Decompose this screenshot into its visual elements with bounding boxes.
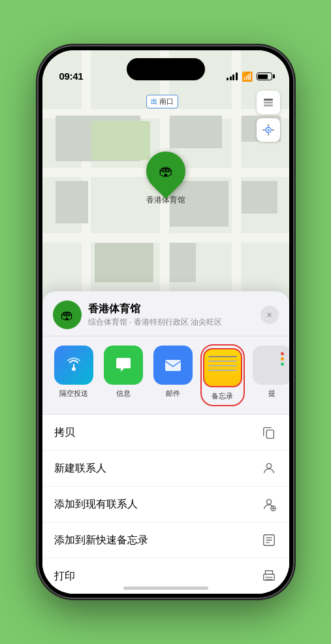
add-contact-label: 添加到现有联系人 xyxy=(54,498,138,511)
map-layers-button[interactable] xyxy=(257,91,280,114)
new-contact-label: 新建联系人 xyxy=(54,462,106,475)
status-icons: 📶 xyxy=(227,71,272,82)
notes-lines xyxy=(208,356,237,374)
action-list: 拷贝 新建联系人 xyxy=(42,415,289,594)
messages-icon-box xyxy=(104,346,143,385)
add-contact-icon xyxy=(260,496,277,513)
venue-logo: 🏟 xyxy=(53,300,82,329)
share-item-more[interactable]: 提 xyxy=(251,346,289,405)
share-item-messages[interactable]: 信息 xyxy=(102,346,144,405)
dynamic-island xyxy=(127,58,205,80)
home-indicator xyxy=(123,587,208,590)
new-contact-icon xyxy=(260,460,277,477)
mail-icon-box xyxy=(153,346,193,385)
more-icon-box xyxy=(253,346,289,385)
battery-icon xyxy=(257,72,272,80)
quick-note-icon xyxy=(260,532,277,549)
svg-point-8 xyxy=(266,464,271,468)
mail-label: 邮件 xyxy=(166,389,180,398)
venue-name: 香港体育馆 xyxy=(88,302,260,316)
copy-icon xyxy=(260,424,277,441)
venue-info: 香港体育馆 综合体育馆 · 香港特别行政区 油尖旺区 xyxy=(88,302,260,328)
airdrop-icon-box xyxy=(54,346,93,385)
venue-description: 综合体育馆 · 香港特别行政区 油尖旺区 xyxy=(88,317,260,328)
share-item-mail[interactable]: 邮件 xyxy=(152,346,194,405)
svg-rect-2 xyxy=(264,105,273,106)
print-icon xyxy=(260,568,277,585)
share-item-airdrop[interactable]: 隔空投送 xyxy=(53,346,95,405)
phone-frame: 09:41 📶 xyxy=(39,46,293,598)
wifi-icon: 📶 xyxy=(242,71,253,82)
airdrop-label: 隔空投送 xyxy=(59,389,88,398)
close-button[interactable]: × xyxy=(260,306,279,324)
signal-bars-icon xyxy=(227,72,238,80)
share-row: 隔空投送 信息 xyxy=(42,336,289,415)
more-label: 提 xyxy=(268,389,276,398)
svg-rect-0 xyxy=(264,99,273,101)
bottom-sheet: 🏟 香港体育馆 综合体育馆 · 香港特别行政区 油尖旺区 × xyxy=(42,291,289,594)
action-new-contact[interactable]: 新建联系人 xyxy=(42,451,289,487)
map-entrance-label: 出 南口 xyxy=(146,95,178,108)
svg-rect-7 xyxy=(266,430,274,438)
notes-label: 备忘录 xyxy=(212,391,233,401)
messages-label: 信息 xyxy=(116,389,131,398)
location-pin: 🏟 香港体育馆 xyxy=(146,152,185,206)
status-time: 09:41 xyxy=(59,71,84,82)
svg-rect-1 xyxy=(264,102,273,104)
phone-screen: 09:41 📶 xyxy=(42,50,289,594)
share-item-notes[interactable]: 备忘录 xyxy=(202,346,244,405)
sheet-header: 🏟 香港体育馆 综合体育馆 · 香港特别行政区 油尖旺区 × xyxy=(42,291,289,336)
svg-rect-6 xyxy=(165,360,181,371)
action-add-contact[interactable]: 添加到现有联系人 xyxy=(42,487,289,523)
action-copy[interactable]: 拷贝 xyxy=(42,415,289,451)
map-controls xyxy=(257,91,280,146)
map-area: 出 南口 🏟 香港体育馆 xyxy=(42,50,289,325)
venue-logo-emoji: 🏟 xyxy=(61,308,74,323)
print-label: 打印 xyxy=(54,570,75,583)
copy-label: 拷贝 xyxy=(54,426,75,440)
svg-point-9 xyxy=(266,500,271,504)
pin-emoji: 🏟 xyxy=(159,163,173,180)
quick-note-label: 添加到新快速备忘录 xyxy=(54,534,148,547)
map-location-button[interactable] xyxy=(257,118,280,142)
notes-icon-box xyxy=(203,348,242,387)
action-quick-note[interactable]: 添加到新快速备忘录 xyxy=(42,523,289,558)
svg-point-4 xyxy=(267,129,269,131)
